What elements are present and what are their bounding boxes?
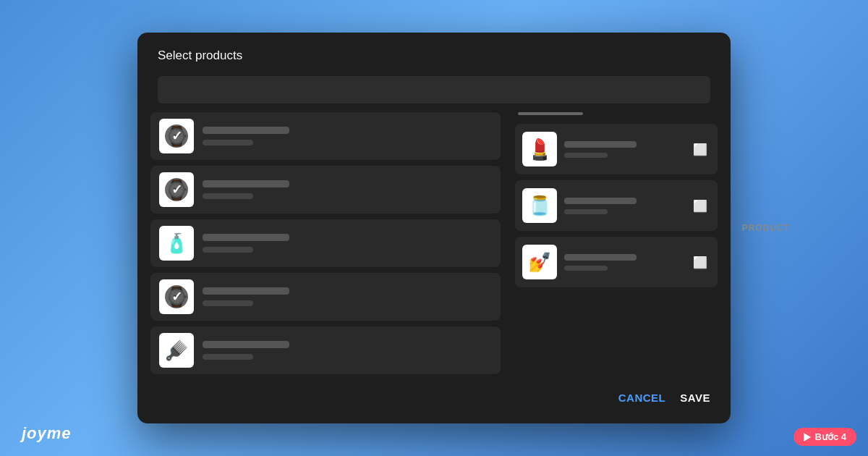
product-name-placeholder [203, 127, 289, 134]
selected-sub-placeholder [564, 266, 608, 271]
modal-footer: CANCEL SAVE [137, 380, 731, 418]
list-item[interactable]: 🪮 [150, 326, 501, 374]
save-button[interactable]: SAVE [680, 392, 710, 404]
selected-info [564, 198, 683, 214]
selected-name-placeholder [564, 198, 637, 204]
cancel-button[interactable]: CANCEL [618, 392, 666, 404]
selected-products-panel: 💄 ⬜ 🫙 ⬜ [508, 112, 718, 380]
list-item[interactable]: ⌚ ✓ [150, 166, 501, 214]
product-sub-placeholder [203, 140, 253, 145]
product-thumbnail: 🪮 [159, 333, 194, 368]
delete-selected-button[interactable]: ⬜ [690, 196, 710, 216]
list-item[interactable]: ⌚ ✓ [150, 112, 501, 160]
selected-item: 🫙 ⬜ [515, 180, 718, 231]
step-arrow-icon [804, 433, 811, 442]
selected-name-placeholder [564, 254, 637, 261]
selected-thumbnail: 💅 [522, 245, 557, 279]
selected-thumbnail: 💄 [522, 132, 557, 166]
selected-item: 💄 ⬜ [515, 124, 718, 174]
list-item[interactable]: 🧴 [150, 219, 501, 267]
product-name-placeholder [203, 287, 289, 295]
product-name-placeholder [203, 234, 289, 241]
selected-sub-placeholder [564, 153, 608, 158]
selected-name-placeholder [564, 141, 637, 148]
product-thumbnail: ⌚ ✓ [159, 172, 194, 207]
product-name-placeholder [203, 180, 289, 187]
content-area: ⌚ ✓ ⌚ ✓ [137, 112, 731, 380]
product-name-placeholder [203, 341, 289, 348]
list-item[interactable]: ⌚ ✓ [150, 273, 501, 321]
product-info [203, 287, 492, 306]
product-info [203, 341, 492, 360]
product-info [203, 180, 492, 199]
page-background: Select products ⌚ ✓ [0, 0, 868, 456]
product-sub-placeholder [203, 300, 253, 306]
selected-thumbnail: 🫙 [522, 188, 557, 223]
product-info [203, 127, 492, 145]
selected-sub-placeholder [564, 209, 608, 214]
product-thumbnail: 🧴 [159, 226, 194, 261]
selected-header-line [518, 112, 583, 115]
product-sub-placeholder [203, 247, 253, 253]
delete-selected-button[interactable]: ⬜ [690, 253, 710, 272]
sidebar-product-label: PRODUCT [742, 223, 790, 233]
selected-info [564, 141, 683, 158]
step-badge-label: Bước 4 [815, 431, 846, 442]
modal-title: Select products [137, 33, 731, 70]
search-bar[interactable] [158, 76, 710, 104]
product-sub-placeholder [203, 193, 253, 199]
product-thumbnail: ⌚ ✓ [159, 119, 194, 153]
product-thumbnail: ⌚ ✓ [159, 279, 194, 314]
product-sub-placeholder [203, 354, 253, 360]
select-products-modal: Select products ⌚ ✓ [137, 33, 731, 423]
step-badge: Bước 4 [793, 428, 856, 446]
app-logo: joyme [22, 424, 72, 443]
product-list: ⌚ ✓ ⌚ ✓ [150, 112, 508, 380]
delete-selected-button[interactable]: ⬜ [690, 140, 710, 159]
selected-item: 💅 ⬜ [515, 237, 718, 287]
product-info [203, 234, 492, 253]
selected-info [564, 254, 683, 271]
